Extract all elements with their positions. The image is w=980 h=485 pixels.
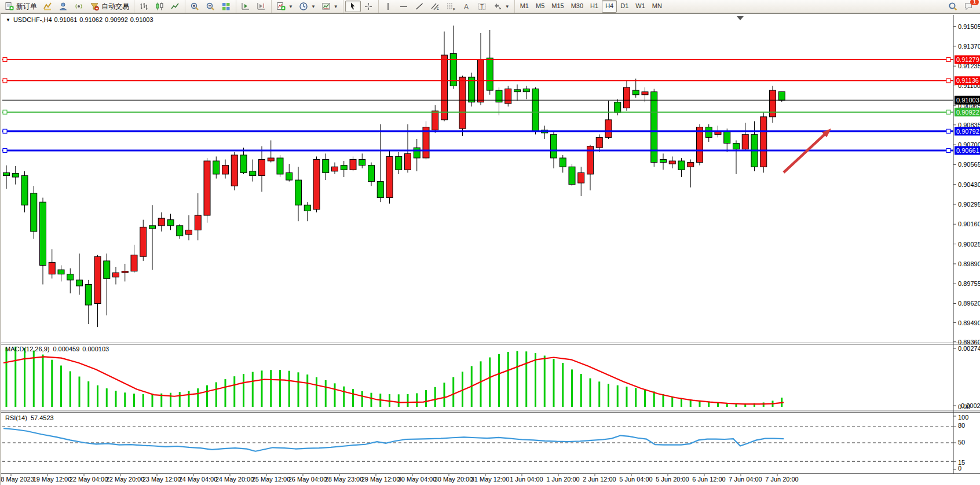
svg-text:F: F bbox=[453, 8, 455, 11]
vline-button[interactable] bbox=[381, 1, 396, 12]
tile-windows-button[interactable] bbox=[218, 1, 234, 12]
new-order-button[interactable]: 新订单 bbox=[2, 1, 40, 12]
timeframe-w1-button[interactable]: W1 bbox=[632, 0, 649, 13]
rsi-axis-label: 0 bbox=[958, 465, 961, 472]
cursor-button[interactable] bbox=[345, 1, 361, 12]
periods-button[interactable]: ▼ bbox=[296, 1, 319, 12]
auto-scroll-button[interactable] bbox=[238, 1, 254, 12]
ohlc-open: 0.91061 bbox=[54, 16, 78, 23]
price-tick-label: 0.90160 bbox=[958, 221, 980, 227]
toolbar-group-2 bbox=[185, 0, 236, 13]
signals-icon bbox=[74, 2, 84, 11]
search-button[interactable] bbox=[945, 1, 961, 12]
timeframe-m30-button[interactable]: M30 bbox=[568, 0, 587, 13]
autotrading-button[interactable]: 自动交易 bbox=[87, 1, 132, 12]
channel-button[interactable]: E bbox=[427, 1, 443, 12]
ohlc-close: 0.91003 bbox=[130, 16, 153, 23]
price-badge-text: 0.91279 bbox=[956, 56, 979, 63]
line-handle-right[interactable] bbox=[946, 129, 950, 133]
price-tick-label: 0.89360 bbox=[958, 339, 980, 346]
candles-chart-icon bbox=[155, 2, 164, 11]
timeframe-group: M1M5M15M30H1H4D1W1MN bbox=[515, 0, 667, 13]
timeframe-m15-button[interactable]: M15 bbox=[548, 0, 567, 13]
time-tick-label: 30 May 20:00 bbox=[434, 476, 473, 483]
rsi-axis-label: 50 bbox=[958, 439, 965, 446]
timeframe-mn-button[interactable]: MN bbox=[649, 0, 665, 13]
time-tick-label: 29 May 12:00 bbox=[361, 476, 400, 483]
auto-scroll-icon bbox=[241, 2, 251, 11]
arrows-button[interactable]: ▼ bbox=[490, 1, 513, 12]
time-tick-label: 19 May 12:00 bbox=[33, 476, 72, 483]
toolbar-group-5 bbox=[343, 0, 379, 13]
line-handle-left[interactable] bbox=[3, 79, 7, 83]
profile-button[interactable] bbox=[56, 1, 71, 12]
zoom-out-button[interactable] bbox=[203, 1, 218, 12]
hline-button[interactable] bbox=[396, 1, 412, 12]
label-button[interactable]: T bbox=[474, 1, 490, 12]
templates-button[interactable]: ▼ bbox=[319, 1, 341, 12]
macd-label: MACD(12,26,9)0.0004590.000103 bbox=[5, 346, 109, 352]
candles-chart-button[interactable] bbox=[152, 1, 167, 12]
crosshair-button[interactable] bbox=[361, 1, 376, 12]
price-badge-0.91279: 0.91279 bbox=[955, 56, 980, 64]
new-order-label: 新订单 bbox=[16, 2, 37, 12]
time-tick-label: 22 May 04:00 bbox=[70, 476, 108, 483]
signals-button[interactable] bbox=[71, 1, 87, 12]
indicators-button[interactable]: ▼ bbox=[273, 1, 296, 12]
timeframe-h4-button[interactable]: H4 bbox=[602, 0, 617, 13]
ohlc-low: 0.90992 bbox=[105, 16, 128, 23]
chart-window[interactable]: ▼USDCHF-,H40.910610.910620.909920.91003 … bbox=[1, 13, 980, 485]
dropdown-caret-icon[interactable]: ▼ bbox=[288, 4, 293, 9]
time-tick-label: 2 Jun 12:00 bbox=[583, 476, 616, 483]
line-handle-left[interactable] bbox=[3, 149, 7, 153]
symbol-period-label: USDCHF-,H4 bbox=[13, 16, 52, 23]
toolbar-group-0: 新订单自动交易 bbox=[0, 0, 134, 13]
price-badge-text: 0.91136 bbox=[956, 77, 979, 84]
fibonacci-button[interactable]: F bbox=[443, 1, 459, 12]
line-chart-icon bbox=[170, 2, 180, 11]
vline-icon bbox=[383, 2, 393, 11]
charts-button[interactable] bbox=[40, 1, 56, 12]
chevron-down-icon[interactable]: ▼ bbox=[6, 17, 10, 23]
price-badge-0.91136: 0.91136 bbox=[955, 76, 980, 85]
price-tick-label: 0.90295 bbox=[958, 201, 980, 208]
timeframe-h1-button[interactable]: H1 bbox=[587, 0, 602, 13]
rsi-axis-label: 80 bbox=[958, 422, 965, 429]
chart-canvas[interactable]: 0.915050.913700.912350.911000.909650.908… bbox=[1, 1, 980, 485]
timeframe-m1-button[interactable]: M1 bbox=[517, 0, 532, 13]
chart-title: ▼USDCHF-,H40.910610.910620.909920.91003 bbox=[6, 16, 156, 23]
trendline-button[interactable] bbox=[412, 1, 427, 12]
time-tick-label: 7 Jun 04:00 bbox=[729, 476, 762, 483]
line-chart-button[interactable] bbox=[167, 1, 183, 12]
line-handle-left[interactable] bbox=[3, 58, 7, 62]
toolbar-right-section: 1 bbox=[945, 1, 980, 12]
charts-icon bbox=[43, 2, 53, 11]
timeframe-m5-button[interactable]: M5 bbox=[532, 0, 548, 13]
svg-text:T: T bbox=[480, 3, 484, 10]
time-tick-label: 28 May 23:00 bbox=[325, 476, 364, 483]
toolbar-group-3 bbox=[236, 0, 272, 13]
chart-shift-button[interactable] bbox=[254, 1, 269, 12]
dropdown-caret-icon[interactable]: ▼ bbox=[334, 4, 338, 9]
zoom-in-button[interactable] bbox=[187, 1, 203, 12]
line-handle-right[interactable] bbox=[946, 58, 950, 62]
zoom-in-icon bbox=[190, 2, 200, 11]
notifications-button[interactable]: 1 bbox=[961, 1, 977, 12]
price-badge-0.90792: 0.90792 bbox=[955, 127, 980, 135]
price-tick-label: 0.89755 bbox=[958, 280, 980, 287]
cursor-icon bbox=[348, 2, 358, 11]
dropdown-caret-icon[interactable]: ▼ bbox=[505, 4, 510, 9]
svg-text:A: A bbox=[464, 3, 469, 11]
svg-text:E: E bbox=[437, 7, 439, 10]
timeframe-d1-button[interactable]: D1 bbox=[617, 0, 632, 13]
time-tick-label: 18 May 2023 bbox=[1, 476, 34, 483]
line-handle-right[interactable] bbox=[946, 110, 950, 114]
dropdown-caret-icon[interactable]: ▼ bbox=[311, 4, 316, 9]
line-handle-left[interactable] bbox=[3, 110, 7, 114]
line-handle-right[interactable] bbox=[946, 149, 950, 153]
text-button[interactable]: A bbox=[459, 1, 474, 12]
line-handle-right[interactable] bbox=[946, 79, 950, 83]
bars-chart-button[interactable] bbox=[136, 1, 152, 12]
toolbar-group-4: ▼▼▼ bbox=[272, 0, 343, 13]
line-handle-left[interactable] bbox=[3, 129, 7, 133]
